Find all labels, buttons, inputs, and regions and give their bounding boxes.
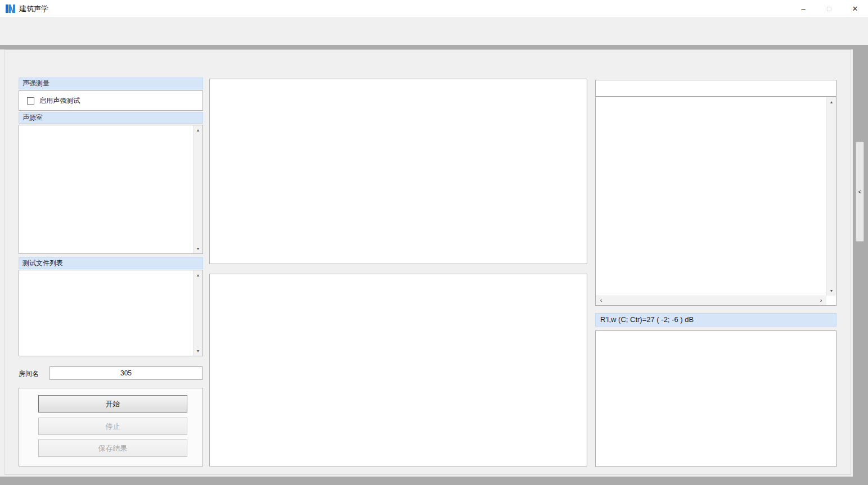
results-table: ▲ ▼ ‹ ›: [595, 97, 836, 306]
scroll-down-icon[interactable]: ▼: [194, 347, 203, 355]
maximize-button[interactable]: □: [816, 0, 842, 17]
source-room-bar-chart: [210, 274, 587, 466]
ri-chart-panel: [595, 330, 836, 467]
scroll-up-icon[interactable]: ▲: [194, 126, 203, 134]
bottom-band: [0, 477, 868, 485]
room-name-input[interactable]: 305: [50, 366, 203, 380]
file-list-scrollbar[interactable]: ▲ ▼: [193, 270, 203, 356]
source-room-chart-panel: [209, 274, 587, 466]
stop-button[interactable]: 停止: [38, 418, 187, 435]
right-splitter-band: [853, 49, 868, 477]
source-room-header: 声源室: [19, 112, 203, 124]
main-tab-strip: [0, 29, 868, 45]
intensity-chart-panel: [209, 79, 587, 264]
file-list-header: 测试文件列表: [19, 257, 203, 269]
result-view-radio-bar: [595, 80, 836, 97]
scroll-up-icon[interactable]: ▲: [827, 98, 836, 106]
enable-intensity-checkbox[interactable]: [27, 97, 34, 105]
tab-underline-band: [0, 45, 868, 49]
rating-result-bar: R'I,w (C; Ctr)=27 ( -2; -6 ) dB: [595, 313, 836, 327]
table-hscrollbar[interactable]: ‹ ›: [596, 296, 826, 305]
collapse-left-icon: <: [858, 189, 862, 195]
save-results-button[interactable]: 保存结果: [38, 439, 187, 457]
scroll-right-icon[interactable]: ›: [817, 296, 825, 305]
enable-intensity-label: 启用声强测试: [39, 96, 80, 106]
intensity-group-header: 声强测量: [19, 78, 203, 89]
start-button[interactable]: 开始: [38, 395, 187, 413]
window-controls: – □ ✕: [790, 0, 868, 17]
channel-list: ▲ ▼: [19, 125, 203, 254]
scroll-left-icon[interactable]: ‹: [597, 296, 605, 305]
collapse-panel-handle[interactable]: <: [856, 142, 864, 242]
scroll-down-icon[interactable]: ▼: [827, 287, 836, 295]
enable-intensity-box: 启用声强测试: [19, 90, 203, 111]
scroll-down-icon[interactable]: ▼: [194, 244, 203, 253]
close-button[interactable]: ✕: [842, 0, 868, 17]
scroll-up-icon[interactable]: ▲: [194, 271, 203, 279]
minimize-button[interactable]: –: [790, 0, 816, 17]
title-bar: 建筑声学 – □ ✕: [0, 0, 868, 17]
intensity-bar-chart: [210, 79, 587, 264]
test-file-list: ▲ ▼: [19, 270, 203, 356]
app-icon: [6, 4, 15, 13]
room-name-label: 房间名: [19, 369, 39, 379]
table-vscrollbar[interactable]: ▲ ▼: [826, 97, 836, 296]
window-title: 建筑声学: [19, 4, 48, 14]
menu-bar: [0, 17, 868, 30]
ri-line-chart: [596, 331, 836, 466]
channel-list-scrollbar[interactable]: ▲ ▼: [193, 125, 203, 253]
